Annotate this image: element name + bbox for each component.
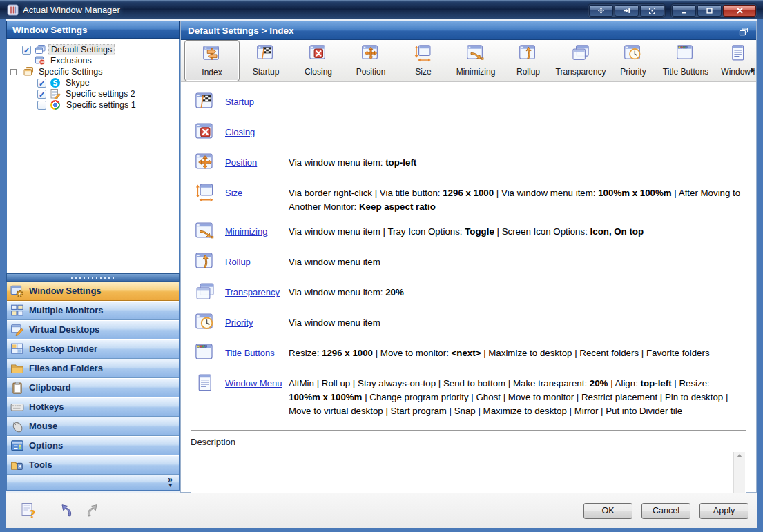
sidebar-item-mouse[interactable]: Mouse [7, 417, 179, 436]
tree-item-specific-settings-2[interactable]: ✓Specific settings 2 [7, 88, 179, 99]
settings-desc: Via window menu item: 20% [289, 282, 746, 305]
closing-icon [195, 121, 215, 145]
rollup-icon [195, 251, 215, 275]
send-to-monitor-button[interactable] [615, 5, 639, 17]
settings-row: Closing [195, 118, 746, 148]
hotkeys-icon [10, 400, 24, 414]
clipboard-icon [10, 381, 24, 395]
toolbar-item-position[interactable]: Position [345, 40, 397, 81]
mouse-icon [10, 420, 24, 433]
settings-link-transparency[interactable]: Transparency [225, 287, 280, 297]
undo-icon[interactable] [57, 502, 76, 520]
main-header: Default Settings > Index [181, 21, 756, 40]
settings-link-rollup[interactable]: Rollup [225, 257, 251, 267]
sidebar-item-hotkeys[interactable]: Hotkeys [7, 397, 179, 417]
toolbar-item-index[interactable]: Index [184, 40, 240, 81]
virtual-desktops-icon [10, 323, 24, 337]
toolbar-item-label: Transparency [556, 67, 606, 77]
tree-item-label: Exclusions [48, 56, 94, 66]
priority-icon [195, 312, 215, 335]
settings-row: Title ButtonsResize: 1296 x 1000 | Move … [195, 339, 746, 369]
sidebar-item-multiple-monitors[interactable]: Multiple Monitors [7, 301, 179, 320]
close-button[interactable] [723, 5, 756, 17]
toolbar-item-closing[interactable]: Closing [292, 40, 345, 81]
sidebar-item-label: Clipboard [29, 382, 71, 393]
tree-item-label: Specific settings 1 [64, 100, 138, 110]
settings-desc [289, 91, 746, 115]
window-body: Window Settings ✓Default SettingsExclusi… [6, 19, 757, 528]
settings-link-minimizing[interactable]: Minimizing [225, 226, 267, 237]
transparency-icon [570, 43, 591, 66]
tree-item-exclusions[interactable]: Exclusions [7, 55, 179, 66]
toolbar-item-size[interactable]: Size [397, 40, 450, 81]
tree-item-specific-settings[interactable]: −Specific Settings [7, 66, 179, 77]
tree-checkbox[interactable]: ✓ [37, 90, 46, 99]
scroll-up-icon[interactable] [737, 454, 742, 457]
exclusions-icon [35, 55, 46, 66]
tree-collapse-icon[interactable]: − [10, 69, 17, 75]
tree-checkbox[interactable] [37, 101, 46, 110]
settings-desc [289, 121, 746, 145]
sidebar-nav: Window SettingsMultiple MonitorsVirtual … [6, 282, 180, 475]
toolbar-overflow-arrow[interactable] [751, 68, 755, 73]
sidebar-item-label: Virtual Desktops [29, 324, 99, 335]
sidebar-item-clipboard[interactable]: Clipboard [7, 378, 179, 397]
nav-collapse-button[interactable]: » ▾ [6, 475, 180, 491]
toolbar-item-priority[interactable]: Priority [607, 40, 659, 81]
align-button[interactable] [589, 5, 613, 17]
window-title: Actual Window Manager [23, 5, 120, 15]
position-icon [360, 43, 381, 66]
tree-checkbox[interactable]: ✓ [22, 46, 31, 55]
tree-item-default-settings[interactable]: ✓Default Settings [7, 44, 179, 55]
titlebar: Actual Window Manager [0, 0, 763, 19]
settings-link-title-buttons[interactable]: Title Buttons [225, 348, 275, 358]
settings-link-priority[interactable]: Priority [225, 317, 253, 328]
window-menu-icon [728, 43, 748, 66]
window-settings-icon [10, 284, 24, 298]
sidebar-item-label: Desktop Divider [29, 344, 97, 354]
tree-checkbox[interactable]: ✓ [37, 79, 46, 88]
startup-icon [195, 91, 215, 115]
sidebar-item-files-and-folders[interactable]: Files and Folders [7, 359, 179, 378]
toolbar-item-startup[interactable]: Startup [240, 40, 292, 81]
settings-link-closing[interactable]: Closing [225, 127, 255, 137]
toolbar-item-transparency[interactable]: Transparency [554, 40, 607, 81]
maximize-to-desktop-button[interactable] [640, 5, 664, 17]
sidebar-item-virtual-desktops[interactable]: Virtual Desktops [7, 320, 179, 339]
toolbar-item-rollup[interactable]: Rollup [502, 40, 554, 81]
apply-button[interactable]: Apply [699, 503, 748, 519]
sidebar-item-desktop-divider[interactable]: Desktop Divider [7, 339, 179, 359]
settings-toolbar: IndexStartupClosingPositionSizeMinimizin… [181, 40, 756, 82]
settings-link-startup[interactable]: Startup [225, 97, 254, 107]
toolbar-item-title-buttons[interactable]: Title Buttons [659, 40, 712, 81]
tree-item-skype[interactable]: ✓SSkype [7, 77, 179, 88]
transparency-icon [195, 282, 215, 305]
toolbar-item-window-i[interactable]: Window I [712, 40, 756, 81]
minimize-button[interactable] [672, 5, 696, 17]
specific-settings-icon [23, 66, 34, 77]
settings-link-window-menu[interactable]: Window Menu [225, 378, 282, 388]
settings-link-size[interactable]: Size [225, 188, 242, 198]
settings-desc: Via window menu item [289, 251, 746, 275]
breadcrumb: Default Settings > Index [188, 26, 293, 36]
minimizing-icon [195, 221, 215, 244]
toolbar-item-minimizing[interactable]: Minimizing [450, 40, 502, 81]
toolbar-item-label: Rollup [516, 67, 540, 77]
position-icon [195, 152, 215, 175]
main-panel: Default Settings > Index IndexStartupClo… [180, 21, 757, 493]
splitter-handle[interactable] [6, 273, 180, 282]
maximize-button[interactable] [697, 5, 722, 17]
cancel-button[interactable]: Cancel [641, 503, 690, 519]
settings-row: Startup [195, 88, 746, 118]
redo-icon [83, 502, 102, 520]
ok-button[interactable]: OK [583, 503, 632, 519]
sidebar-item-window-settings[interactable]: Window Settings [7, 282, 179, 301]
sidebar-item-label: Files and Folders [29, 363, 103, 373]
sidebar-item-label: Window Settings [29, 286, 102, 296]
custom-title-buttons [588, 3, 666, 18]
sidebar-item-options[interactable]: Options [7, 436, 179, 455]
tree-item-specific-settings-1[interactable]: Specific settings 1 [7, 99, 179, 110]
settings-link-position[interactable]: Position [225, 157, 257, 168]
sidebar-item-tools[interactable]: Tools [7, 455, 179, 475]
help-notes-icon[interactable]: ? [19, 502, 38, 520]
